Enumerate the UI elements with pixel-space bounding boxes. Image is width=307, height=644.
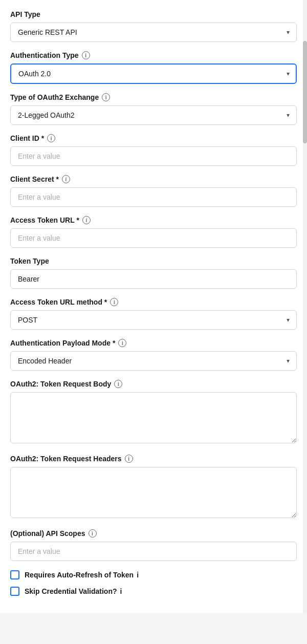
auth-payload-mode-select[interactable]: Encoded Header Form Body JSON Body xyxy=(10,351,297,371)
access-token-method-group: Access Token URL method * i POST GET PUT… xyxy=(10,298,297,330)
skip-validation-info-icon[interactable]: i xyxy=(120,587,122,595)
auto-refresh-checkbox[interactable] xyxy=(10,570,19,579)
skip-validation-checkbox[interactable] xyxy=(10,587,19,596)
oauth2-exchange-label: Type of OAuth2 Exchange i xyxy=(10,93,297,101)
client-secret-input[interactable] xyxy=(10,187,297,207)
client-id-info-icon[interactable]: i xyxy=(47,134,55,142)
client-secret-label-text: Client Secret * xyxy=(10,175,59,183)
access-token-method-label: Access Token URL method * i xyxy=(10,298,297,306)
auth-type-select-wrapper: OAuth 2.0 Basic Auth API Key None ▾ xyxy=(10,63,297,84)
api-type-select-wrapper: Generic REST API SOAP API GraphQL ▾ xyxy=(10,23,297,42)
auto-refresh-label: Requires Auto-Refresh of Token i xyxy=(25,571,139,579)
client-secret-group: Client Secret * i xyxy=(10,175,297,207)
access-token-url-input[interactable] xyxy=(10,228,297,248)
client-id-input[interactable] xyxy=(10,146,297,166)
token-request-body-textarea[interactable] xyxy=(10,392,297,443)
api-type-label: API Type xyxy=(10,10,297,18)
auto-refresh-label-text: Requires Auto-Refresh of Token xyxy=(25,571,134,579)
client-secret-info-icon[interactable]: i xyxy=(62,175,70,183)
oauth2-exchange-select[interactable]: 2-Legged OAuth2 3-Legged OAuth2 xyxy=(10,105,297,125)
auto-refresh-group: Requires Auto-Refresh of Token i xyxy=(10,570,297,579)
scrollbar-thumb[interactable] xyxy=(303,41,307,143)
token-request-body-label: OAuth2: Token Request Body i xyxy=(10,380,297,388)
access-token-url-label: Access Token URL * i xyxy=(10,216,297,224)
api-scopes-label: (Optional) API Scopes i xyxy=(10,529,297,538)
token-request-headers-textarea[interactable] xyxy=(10,467,297,518)
auth-type-info-icon[interactable]: i xyxy=(82,51,90,59)
api-scopes-group: (Optional) API Scopes i xyxy=(10,529,297,561)
token-request-headers-label: OAuth2: Token Request Headers i xyxy=(10,455,297,463)
access-token-method-info-icon[interactable]: i xyxy=(110,298,118,306)
api-scopes-input[interactable] xyxy=(10,542,297,561)
scrollbar-track xyxy=(303,0,307,613)
oauth2-exchange-info-icon[interactable]: i xyxy=(102,93,110,101)
access-token-method-select-wrapper: POST GET PUT ▾ xyxy=(10,310,297,330)
access-token-method-select[interactable]: POST GET PUT xyxy=(10,310,297,330)
skip-validation-label-text: Skip Credential Validation? xyxy=(25,587,117,595)
token-request-headers-label-text: OAuth2: Token Request Headers xyxy=(10,455,122,463)
token-request-headers-info-icon[interactable]: i xyxy=(125,455,133,463)
access-token-method-label-text: Access Token URL method * xyxy=(10,298,107,306)
auto-refresh-info-icon[interactable]: i xyxy=(137,571,139,579)
token-type-group: Token Type xyxy=(10,257,297,289)
skip-validation-label: Skip Credential Validation? i xyxy=(25,587,122,595)
api-scopes-label-text: (Optional) API Scopes xyxy=(10,529,85,538)
api-type-group: API Type Generic REST API SOAP API Graph… xyxy=(10,10,297,42)
oauth2-exchange-label-text: Type of OAuth2 Exchange xyxy=(10,93,99,101)
api-type-label-text: API Type xyxy=(10,10,40,18)
auth-type-label: Authentication Type i xyxy=(10,51,297,59)
token-request-body-group: OAuth2: Token Request Body i xyxy=(10,380,297,445)
token-request-headers-group: OAuth2: Token Request Headers i xyxy=(10,455,297,520)
api-scopes-info-icon[interactable]: i xyxy=(89,529,97,538)
auth-payload-mode-label-text: Authentication Payload Mode * xyxy=(10,339,115,347)
token-type-label: Token Type xyxy=(10,257,297,265)
access-token-url-label-text: Access Token URL * xyxy=(10,216,79,224)
auth-payload-mode-group: Authentication Payload Mode * i Encoded … xyxy=(10,339,297,371)
api-type-select[interactable]: Generic REST API SOAP API GraphQL xyxy=(10,23,297,42)
oauth2-exchange-select-wrapper: 2-Legged OAuth2 3-Legged OAuth2 ▾ xyxy=(10,105,297,125)
token-type-input[interactable] xyxy=(10,269,297,289)
client-secret-label: Client Secret * i xyxy=(10,175,297,183)
token-request-body-info-icon[interactable]: i xyxy=(114,380,122,388)
auth-type-select[interactable]: OAuth 2.0 Basic Auth API Key None xyxy=(10,63,297,84)
access-token-url-group: Access Token URL * i xyxy=(10,216,297,248)
client-id-label: Client ID * i xyxy=(10,134,297,142)
auth-payload-mode-label: Authentication Payload Mode * i xyxy=(10,339,297,347)
auth-type-label-text: Authentication Type xyxy=(10,51,79,59)
client-id-group: Client ID * i xyxy=(10,134,297,166)
token-type-label-text: Token Type xyxy=(10,257,49,265)
client-id-label-text: Client ID * xyxy=(10,134,44,142)
token-request-body-label-text: OAuth2: Token Request Body xyxy=(10,380,111,388)
auth-payload-mode-select-wrapper: Encoded Header Form Body JSON Body ▾ xyxy=(10,351,297,371)
oauth2-exchange-group: Type of OAuth2 Exchange i 2-Legged OAuth… xyxy=(10,93,297,125)
access-token-url-info-icon[interactable]: i xyxy=(82,216,91,224)
skip-validation-group: Skip Credential Validation? i xyxy=(10,587,297,596)
auth-type-group: Authentication Type i OAuth 2.0 Basic Au… xyxy=(10,51,297,84)
auth-payload-mode-info-icon[interactable]: i xyxy=(118,339,126,347)
